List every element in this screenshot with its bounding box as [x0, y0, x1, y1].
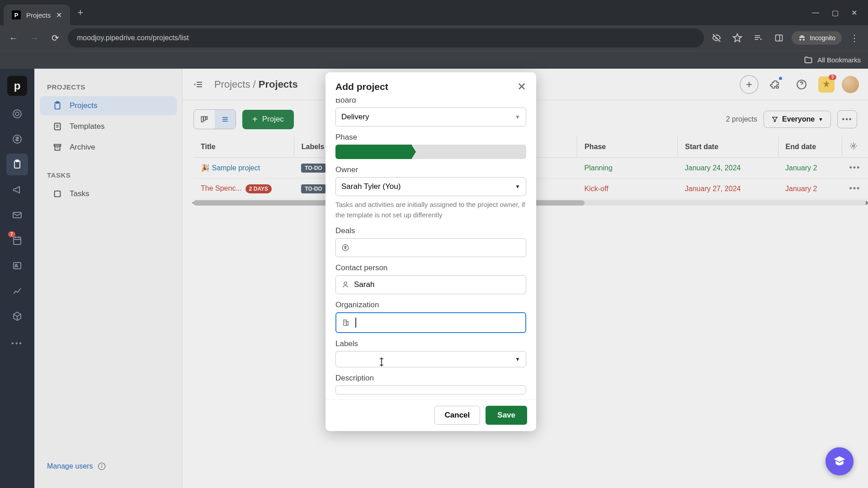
sidebar-heading-projects: PROJECTS: [34, 83, 182, 91]
sidebar-heading-tasks: TASKS: [34, 171, 182, 179]
rail-projects-icon[interactable]: [6, 154, 28, 175]
rail-activities-icon[interactable]: 7: [6, 230, 28, 251]
phase-segment[interactable]: [488, 145, 526, 159]
field-organization: Organization: [335, 300, 526, 333]
browser-tab[interactable]: P Projects ✕: [4, 5, 70, 25]
modal-body[interactable]: Board Delivery ▼ Phase Owner Sarah Tyler…: [326, 99, 536, 399]
browser-toolbar: ← → ⟳ moodjoy.pipedrive.com/projects/lis…: [0, 25, 868, 51]
nav-forward-icon: →: [26, 30, 42, 46]
nav-back-icon[interactable]: ←: [5, 30, 22, 46]
save-button[interactable]: Save: [486, 406, 527, 425]
add-project-button[interactable]: + Projec: [242, 110, 294, 129]
rail-products-icon[interactable]: [6, 305, 28, 327]
tab-close-icon[interactable]: ✕: [56, 11, 62, 19]
organization-text-input[interactable]: [361, 318, 520, 327]
help-fab[interactable]: [826, 447, 854, 475]
rail-more-icon[interactable]: •••: [6, 333, 28, 354]
svg-rect-0: [755, 35, 760, 36]
labels-label: Labels: [335, 339, 526, 348]
sidebar-collapse-icon[interactable]: [192, 77, 207, 92]
playlist-icon[interactable]: [750, 30, 766, 46]
phase-progress-bar[interactable]: [335, 145, 526, 159]
organization-input[interactable]: [335, 312, 526, 333]
end-date-text: January 2: [785, 185, 817, 192]
row-more-icon[interactable]: •••: [849, 163, 860, 172]
description-input[interactable]: [335, 385, 526, 394]
bookmarks-bar: All Bookmarks: [0, 51, 868, 69]
contact-text-input[interactable]: [354, 280, 520, 289]
contact-input[interactable]: [335, 275, 526, 294]
breadcrumb-parent[interactable]: Projects: [214, 79, 250, 90]
url-bar[interactable]: moodjoy.pipedrive.com/projects/list: [68, 28, 704, 47]
svg-rect-1: [755, 37, 760, 38]
svg-rect-25: [55, 191, 61, 197]
end-date-text: January 2: [785, 164, 817, 172]
labels-select[interactable]: ▼: [335, 351, 526, 367]
incognito-chip[interactable]: Incognito: [792, 31, 842, 45]
window-maximize-icon[interactable]: ▢: [832, 9, 839, 17]
rail-mail-icon[interactable]: [6, 204, 28, 226]
new-tab-button[interactable]: +: [70, 7, 90, 19]
col-start-date[interactable]: Start date: [678, 136, 778, 158]
menu-icon[interactable]: ⋮: [846, 30, 863, 46]
owner-label: Owner: [335, 165, 526, 174]
col-end-date[interactable]: End date: [778, 136, 842, 158]
deals-input[interactable]: [335, 238, 526, 257]
header-help-icon[interactable]: [792, 75, 811, 94]
header-promo-icon[interactable]: ?: [818, 76, 835, 93]
view-board-icon[interactable]: [194, 110, 215, 129]
sidepanel-icon[interactable]: [771, 30, 787, 46]
deals-text-input[interactable]: [354, 243, 520, 252]
rail-insights-icon[interactable]: [6, 280, 28, 302]
star-icon[interactable]: [729, 30, 745, 46]
phase-label: Phase: [335, 133, 526, 142]
manage-users-link[interactable]: Manage users: [34, 455, 182, 478]
label-chip: TO-DO: [301, 164, 326, 173]
board-select[interactable]: Delivery ▼: [335, 108, 526, 127]
phase-segment[interactable]: [412, 145, 450, 159]
svg-point-28: [102, 465, 102, 465]
phase-segment[interactable]: [335, 145, 373, 159]
chevron-down-icon: ▼: [515, 356, 520, 362]
window-controls: — ▢ ✕: [812, 9, 868, 17]
rail-dollar-icon[interactable]: [6, 128, 28, 150]
window-minimize-icon[interactable]: —: [812, 9, 819, 17]
sidebar-item-archive[interactable]: Archive: [40, 138, 177, 157]
sidebar-item-projects[interactable]: Projects: [40, 96, 177, 115]
header-avatar[interactable]: [842, 76, 859, 93]
svg-rect-3: [776, 35, 783, 41]
sidebar-item-templates[interactable]: Templates: [40, 117, 177, 136]
modal-footer: Cancel Save: [326, 399, 536, 431]
project-link[interactable]: Sample project: [212, 164, 260, 172]
view-list-icon[interactable]: [215, 110, 236, 129]
rail-contacts-icon[interactable]: [6, 255, 28, 277]
col-settings[interactable]: [842, 136, 868, 158]
view-toggle: [193, 109, 236, 129]
sidebar-item-tasks[interactable]: Tasks: [40, 184, 177, 203]
svg-point-6: [15, 112, 19, 116]
svg-rect-11: [14, 237, 21, 244]
modal-close-icon[interactable]: ✕: [517, 80, 526, 93]
svg-point-16: [15, 264, 17, 266]
cancel-button[interactable]: Cancel: [434, 406, 481, 425]
phase-segment[interactable]: [450, 145, 488, 159]
row-more-icon[interactable]: •••: [849, 184, 860, 193]
clipboard-icon: [52, 101, 62, 111]
all-bookmarks-button[interactable]: All Bookmarks: [817, 56, 861, 64]
owner-select[interactable]: Sarah Tyler (You) ▼: [335, 177, 526, 196]
filter-everyone-button[interactable]: Everyone ▼: [764, 111, 831, 128]
col-phase[interactable]: Phase: [577, 136, 678, 158]
rail-campaigns-icon[interactable]: [6, 179, 28, 201]
rail-target-icon[interactable]: [6, 103, 28, 125]
toolbar-more-button[interactable]: •••: [837, 110, 857, 128]
nav-reload-icon[interactable]: ⟳: [47, 30, 63, 46]
window-close-icon[interactable]: ✕: [851, 9, 857, 17]
header-add-icon[interactable]: +: [740, 75, 759, 94]
header-extension-icon[interactable]: [766, 75, 785, 94]
phase-segment[interactable]: [373, 145, 411, 159]
eye-off-icon[interactable]: [708, 30, 725, 46]
project-link[interactable]: The Spenc...: [201, 184, 242, 192]
col-title[interactable]: Title: [193, 136, 294, 158]
app-logo[interactable]: p: [7, 76, 27, 96]
tab-title: Projects: [26, 11, 51, 19]
